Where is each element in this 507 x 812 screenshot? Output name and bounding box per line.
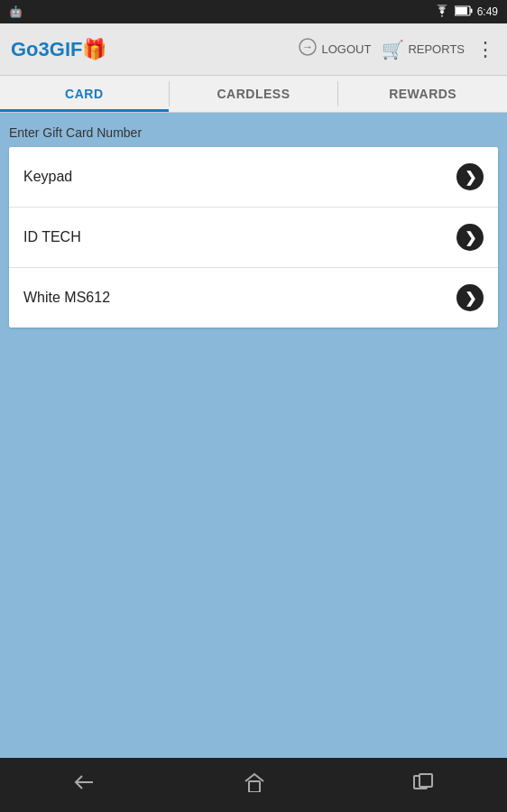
battery-icon: [455, 5, 473, 19]
svg-text:→: →: [302, 41, 313, 53]
logout-button[interactable]: → LOGOUT: [298, 37, 371, 61]
app-indicator-icon: 🤖: [9, 5, 23, 18]
id-tech-arrow-icon: ❯: [456, 224, 484, 251]
svg-rect-8: [419, 774, 432, 787]
svg-rect-2: [456, 7, 467, 14]
reports-cart-icon: 🛒: [382, 39, 404, 60]
svg-rect-1: [470, 8, 472, 13]
logo-text: Go3GIF🎁: [11, 38, 106, 61]
status-left: 🤖: [9, 5, 23, 18]
white-ms612-option[interactable]: White MS612 ❯: [9, 268, 498, 328]
back-button[interactable]: [51, 765, 118, 805]
id-tech-option[interactable]: ID TECH ❯: [9, 208, 498, 268]
tab-bar: CARD CARDLESS REWARDS: [0, 76, 507, 113]
top-actions: → LOGOUT 🛒 REPORTS ⋮: [298, 37, 496, 61]
time-display: 6:49: [477, 5, 498, 18]
card-input-method-list: Keypad ❯ ID TECH ❯ White MS612 ❯: [9, 147, 498, 328]
keypad-arrow-icon: ❯: [456, 163, 484, 190]
home-button[interactable]: [222, 765, 287, 805]
status-right: 6:49: [434, 5, 498, 20]
id-tech-label: ID TECH: [23, 229, 81, 245]
recent-apps-button[interactable]: [391, 765, 456, 805]
logout-label: LOGOUT: [321, 42, 371, 56]
enter-gift-card-label: Enter Gift Card Number: [9, 125, 498, 140]
app-bar: Go3GIF🎁 → LOGOUT 🛒 REPORTS ⋮: [0, 23, 507, 76]
reports-label: REPORTS: [408, 42, 465, 56]
wifi-icon: [434, 5, 450, 20]
tab-cardless[interactable]: CARDLESS: [170, 76, 338, 112]
keypad-option[interactable]: Keypad ❯: [9, 147, 498, 208]
status-bar: 🤖 6:49: [0, 0, 507, 23]
logo-area: Go3GIF🎁: [11, 38, 106, 61]
more-menu-button[interactable]: ⋮: [475, 40, 496, 60]
tab-card[interactable]: CARD: [0, 76, 169, 112]
keypad-label: Keypad: [23, 169, 72, 185]
white-ms612-arrow-icon: ❯: [456, 284, 484, 311]
bottom-nav-bar: [0, 758, 507, 812]
reports-button[interactable]: 🛒 REPORTS: [382, 39, 465, 60]
main-content: Enter Gift Card Number Keypad ❯ ID TECH …: [0, 113, 507, 340]
white-ms612-label: White MS612: [23, 290, 110, 306]
svg-rect-6: [249, 781, 260, 792]
tab-rewards[interactable]: REWARDS: [338, 76, 507, 112]
logout-icon: →: [298, 37, 318, 61]
